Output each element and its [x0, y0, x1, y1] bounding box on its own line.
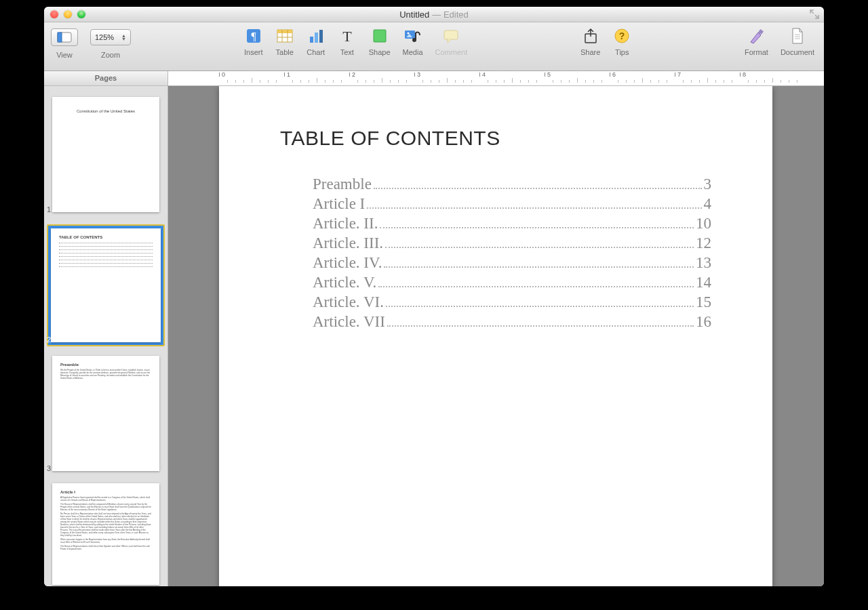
page-thumbnail-3[interactable]: Preamble We the People of the United Sta…	[52, 356, 159, 471]
toc-page: 4	[704, 195, 712, 213]
minimize-window-button[interactable]	[64, 10, 72, 18]
window-controls	[50, 10, 85, 18]
app-window: Untitled — Edited View 125% ▲▼ Zoom ¶	[44, 7, 824, 586]
toc-page: 12	[696, 235, 711, 252]
page-number: 2	[47, 336, 51, 344]
tips-icon: ?	[612, 26, 631, 45]
document-title: Untitled	[399, 9, 429, 20]
toc-leader	[387, 325, 694, 327]
toc-entry[interactable]: Preamble3	[313, 176, 711, 193]
pages-sidebar: Pages Constitution of the United States …	[44, 71, 168, 586]
toc-label: Article. II.	[313, 215, 378, 232]
chart-icon	[307, 26, 326, 45]
insert-group[interactable]: ¶ Insert	[244, 26, 263, 56]
insert-label: Insert	[244, 48, 263, 56]
svg-rect-11	[319, 30, 323, 43]
toc-page: 14	[696, 274, 711, 291]
titlebar: Untitled — Edited	[44, 7, 824, 22]
toc-label: Article I	[313, 195, 365, 213]
stepper-icon: ▲▼	[121, 34, 126, 41]
toc-page: 13	[696, 254, 711, 272]
thumbnail-list[interactable]: Constitution of the United States 1 TABL…	[44, 86, 167, 586]
toc-entry[interactable]: Article. III.12	[313, 235, 711, 252]
format-icon	[747, 26, 766, 45]
horizontal-ruler[interactable]: 012345678	[168, 71, 824, 86]
zoom-label: Zoom	[101, 51, 120, 59]
toc-entry[interactable]: Article. V.14	[313, 274, 711, 291]
svg-rect-17	[444, 30, 458, 39]
window-title: Untitled — Edited	[44, 9, 824, 20]
svg-text:?: ?	[619, 30, 625, 41]
view-icon	[57, 32, 72, 43]
toc-label: Article. IV.	[313, 254, 382, 272]
text-icon: T	[338, 26, 357, 45]
sidebar-title: Pages	[44, 71, 167, 86]
shape-group[interactable]: Shape	[369, 26, 391, 56]
toc-leader	[374, 187, 702, 189]
workspace: Pages Constitution of the United States …	[44, 71, 824, 586]
share-group[interactable]: Share	[580, 26, 600, 56]
toc-heading[interactable]: TABLE OF CONTENTS	[280, 127, 711, 150]
tips-group[interactable]: ? Tips	[612, 26, 631, 56]
shape-label: Shape	[369, 48, 391, 56]
table-of-contents[interactable]: Preamble3Article I4Article. II.10Article…	[313, 176, 711, 331]
view-group: View	[51, 26, 78, 59]
toc-leader	[367, 207, 701, 209]
shape-icon	[370, 26, 389, 45]
toc-leader	[385, 246, 694, 248]
toc-entry[interactable]: Article. IV.13	[313, 254, 711, 272]
document-label: Document	[781, 48, 814, 56]
table-group[interactable]: Table	[275, 26, 294, 56]
fullscreen-button[interactable]	[809, 9, 820, 20]
svg-rect-1	[58, 33, 62, 42]
media-icon	[403, 26, 422, 45]
document-status: — Edited	[432, 9, 468, 20]
document-group[interactable]: Document	[781, 26, 814, 56]
toc-page: 16	[696, 313, 711, 331]
page[interactable]: TABLE OF CONTENTS Preamble3Article I4Art…	[219, 86, 772, 586]
view-label: View	[56, 51, 73, 59]
zoom-window-button[interactable]	[77, 10, 85, 18]
insert-icon: ¶	[244, 26, 263, 45]
svg-text:T: T	[342, 28, 352, 45]
toolbar: View 125% ▲▼ Zoom ¶ Insert Table	[44, 22, 824, 71]
toc-entry[interactable]: Article. VI.15	[313, 293, 711, 311]
media-group[interactable]: Media	[403, 26, 423, 56]
format-label: Format	[745, 48, 768, 56]
text-label: Text	[340, 48, 354, 56]
svg-rect-10	[315, 33, 318, 43]
chart-group[interactable]: Chart	[307, 26, 326, 56]
document-icon	[788, 26, 807, 45]
page-thumbnail-1[interactable]: Constitution of the United States 1	[52, 97, 159, 212]
close-window-button[interactable]	[50, 10, 58, 18]
tips-label: Tips	[615, 48, 629, 56]
toc-label: Article. V.	[313, 274, 376, 291]
table-label: Table	[276, 48, 294, 56]
toc-entry[interactable]: Article I4	[313, 195, 711, 213]
svg-rect-13	[374, 30, 386, 42]
zoom-select[interactable]: 125% ▲▼	[90, 29, 131, 45]
chart-label: Chart	[307, 48, 325, 56]
share-label: Share	[580, 48, 600, 56]
toc-label: Article. III.	[313, 235, 383, 252]
comment-group[interactable]: Comment	[435, 26, 468, 56]
toc-label: Article. VI.	[313, 293, 384, 311]
toc-page: 3	[704, 176, 712, 193]
page-number: 1	[47, 205, 51, 214]
table-icon	[275, 26, 294, 45]
comment-icon	[441, 26, 460, 45]
toc-entry[interactable]: Article. II.10	[313, 215, 711, 232]
toc-leader	[386, 305, 694, 307]
page-thumbnail-4[interactable]: Article I All legislative Powers herein …	[52, 483, 159, 585]
toc-entry[interactable]: Article. VII16	[313, 313, 711, 331]
format-group[interactable]: Format	[745, 26, 768, 56]
media-label: Media	[403, 48, 423, 56]
page-canvas[interactable]: TABLE OF CONTENTS Preamble3Article I4Art…	[168, 86, 824, 586]
svg-point-15	[407, 33, 409, 35]
comment-label: Comment	[435, 48, 468, 56]
svg-rect-9	[310, 37, 313, 43]
view-button[interactable]	[51, 28, 78, 46]
text-group[interactable]: T Text	[338, 26, 357, 56]
toc-label: Preamble	[313, 176, 372, 193]
page-thumbnail-2[interactable]: TABLE OF CONTENTS 2	[47, 224, 165, 346]
